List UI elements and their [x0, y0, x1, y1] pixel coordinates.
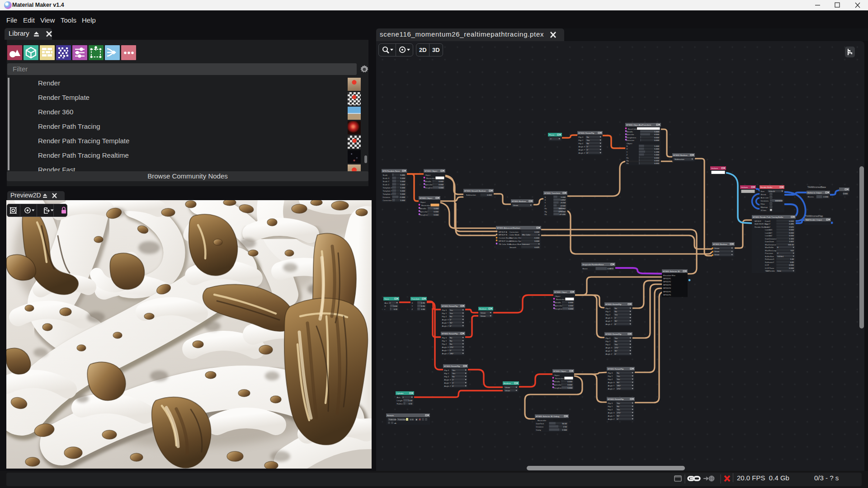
svg-text:Flip Z: Flip Z: [444, 375, 449, 378]
svg-text:Auto size: Auto size: [761, 197, 769, 199]
svg-text:MFSDF A: MFSDF A: [499, 231, 507, 233]
svg-text:1.601: 1.601: [789, 240, 794, 243]
svg-text:Specular: Specular: [425, 183, 433, 186]
svg-text:Flip Z: Flip Z: [606, 314, 611, 316]
svg-text:Boolean: Boolean: [504, 382, 511, 385]
svg-text:Angle Y: Angle Y: [608, 385, 615, 387]
svg-text:Metallic: Metallic: [425, 180, 432, 183]
svg-text:0.000: 0.000: [654, 160, 659, 162]
svg-text:0°: 0°: [450, 349, 452, 352]
svg-text:Rx: Rx: [545, 207, 547, 210]
svg-text:0°: 0°: [617, 418, 618, 420]
svg-text:Template Y: Template Y: [383, 190, 393, 192]
svg-text:Flip X: Flip X: [608, 372, 613, 374]
svg-text:0.30: 0.30: [421, 308, 425, 310]
svg-text:MTB3D Object: MTB3D Object: [554, 291, 567, 293]
svg-text:1.193: 1.193: [654, 151, 659, 153]
svg-text:Yes: Yes: [452, 372, 455, 375]
svg-text:Flip Y: Flip Y: [608, 375, 613, 377]
svg-text:LookAtX: LookAtX: [765, 229, 772, 231]
svg-text:Filter: Filter: [761, 203, 765, 205]
svg-text:Damy: Damy: [536, 429, 542, 431]
svg-text:Render Buffer: Render Buffer: [760, 186, 773, 188]
svg-text:Yes: Yes: [617, 378, 620, 380]
svg-text:No: No: [450, 337, 453, 339]
svg-text:Metallic: Metallic: [555, 301, 561, 304]
svg-text:Yes: Yes: [614, 314, 618, 316]
svg-text:No: No: [614, 307, 617, 310]
svg-text:-37.435: -37.435: [559, 213, 566, 216]
svg-text:MFSDF: MFSDF: [755, 220, 761, 222]
svg-text:0.812: 0.812: [561, 199, 566, 201]
svg-text:MTB3D Render Path Tracing Buff: MTB3D Render Path Tracing Buffer: [753, 216, 783, 218]
svg-text:Z: Z: [545, 205, 546, 207]
svg-text:Basecolor: Basecolor: [421, 204, 430, 206]
svg-text:DamTeck: DamTeck: [536, 422, 545, 425]
svg-text:0°: 0°: [452, 382, 454, 384]
svg-text:Angle Z: Angle Z: [608, 388, 615, 390]
svg-text:1.320: 1.320: [789, 238, 794, 240]
svg-text:Angle X: Angle X: [442, 319, 449, 321]
svg-text:179.560: 179.560: [558, 211, 566, 213]
svg-text:Flip Z: Flip Z: [579, 142, 584, 145]
svg-text:Union: Union: [714, 253, 720, 256]
svg-text:Angle X: Angle X: [608, 381, 615, 384]
svg-text:R: R: [385, 305, 386, 307]
svg-text:MFSDF B: MFSDF B: [499, 234, 507, 236]
svg-text:270°: 270°: [614, 347, 618, 349]
svg-text:1.000: 1.000: [400, 180, 405, 183]
svg-text:DamX: DamX: [765, 220, 770, 222]
svg-text:MTB3D Boolean: MTB3D Boolean: [713, 243, 727, 245]
svg-text:-6.500: -6.500: [560, 205, 566, 207]
svg-text:180°: 180°: [450, 352, 454, 355]
svg-text:MFSDF2: MFSDF2: [663, 281, 671, 283]
svg-text:Specular: Specular: [420, 211, 428, 213]
svg-text:Flip Y: Flip Y: [442, 312, 447, 314]
svg-text:100.00: 100.00: [788, 244, 794, 246]
svg-text:Axis: Axis: [397, 396, 401, 399]
svg-text:516x10: 516x10: [769, 190, 775, 192]
svg-text:Translate: Translate: [411, 298, 420, 300]
svg-text:1.600: 1.600: [843, 192, 848, 195]
svg-text:1.000: 1.000: [568, 308, 573, 310]
svg-text:Blurres: Blurres: [808, 196, 814, 198]
svg-text:RefframeX: RefframeX: [765, 258, 774, 260]
svg-text:Y: Y: [627, 151, 628, 153]
svg-text:Smooth: Smooth: [509, 246, 516, 249]
svg-text:MFSDF1: MFSDF1: [663, 277, 671, 280]
svg-text:2.200: 2.200: [823, 196, 828, 198]
svg-text:Angle Z: Angle Z: [606, 323, 613, 325]
svg-text:0.000: 0.000: [789, 264, 794, 266]
svg-text:Yes: Yes: [450, 309, 453, 311]
svg-text:Scale Z: Scale Z: [383, 183, 390, 186]
svg-text:Ry: Ry: [545, 211, 547, 213]
svg-text:Y: Y: [545, 202, 546, 204]
svg-text:MTB3D Boolean: MTB3D Boolean: [512, 200, 526, 202]
svg-text:Yes: Yes: [617, 402, 620, 404]
svg-text:Elevation Max: Elevation Max: [663, 274, 676, 277]
svg-text:Iterations: Iterations: [761, 200, 769, 202]
svg-text:1.500: 1.500: [562, 429, 567, 431]
svg-text:Rx: Rx: [627, 157, 629, 159]
svg-text:Mix Color: Mix Color: [522, 234, 531, 236]
svg-text:0.000: 0.000: [567, 384, 572, 386]
svg-text:Yes: Yes: [452, 369, 455, 371]
svg-text:Angle Z: Angle Z: [444, 385, 451, 387]
svg-text:MTB3D RotateFlip: MTB3D RotateFlip: [442, 305, 458, 307]
svg-text:Flip X: Flip X: [444, 369, 449, 371]
svg-text:Basecolor: Basecolor: [426, 177, 435, 179]
svg-text:0.000: 0.000: [654, 136, 659, 139]
svg-text:270°: 270°: [617, 388, 621, 390]
svg-text:Distance: Distance: [536, 426, 544, 428]
svg-text:Angle Z: Angle Z: [442, 325, 449, 327]
svg-text:✖: ✖: [419, 418, 421, 421]
svg-text:0.485: 0.485: [789, 223, 794, 225]
svg-text:0.002: 0.002: [487, 194, 492, 196]
svg-text:Y: Y: [412, 305, 413, 307]
svg-text:MaxReflte: MaxReflte: [765, 246, 774, 249]
svg-text:Union: Union: [481, 315, 486, 317]
svg-text:Flip X: Flip X: [442, 337, 447, 339]
svg-text:Color Mode: Color Mode: [509, 234, 520, 236]
svg-text:Z: Z: [627, 154, 628, 156]
svg-text:1.00: 1.00: [409, 399, 413, 402]
